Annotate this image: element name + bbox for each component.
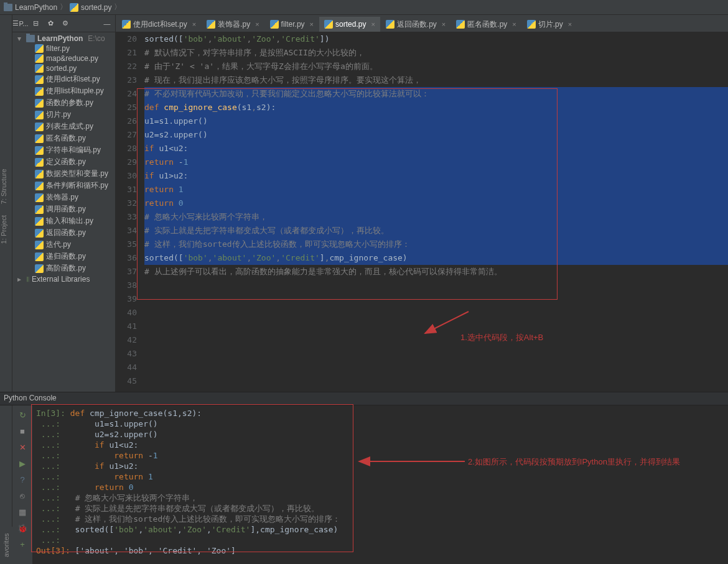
external-libraries[interactable]: ▸ ⫴ External Libraries bbox=[12, 274, 115, 284]
tree-file[interactable]: filter.py bbox=[12, 44, 115, 53]
editor-tab[interactable]: 装饰器.py× bbox=[202, 17, 264, 32]
close-icon[interactable]: × bbox=[255, 21, 259, 28]
gear-icon[interactable]: ⚙ bbox=[60, 18, 71, 29]
console-output[interactable]: In[3]: def cmp_ignore_case(s1,s2): ...: … bbox=[32, 405, 728, 564]
chevron-down-icon: ▾ bbox=[17, 34, 24, 43]
rerun-icon[interactable]: ↻ bbox=[17, 409, 28, 420]
python-icon bbox=[35, 87, 44, 96]
add-icon[interactable]: + bbox=[17, 539, 28, 550]
editor-tab[interactable]: sorted.py× bbox=[319, 17, 380, 32]
editor-tab[interactable]: 使用dict和set.py× bbox=[117, 17, 201, 32]
breadcrumb: LearnPython 〉 sorted.py 〉 bbox=[0, 0, 728, 15]
tree-file[interactable]: 装饰器.py bbox=[12, 192, 115, 203]
python-icon bbox=[35, 182, 44, 190]
stop-icon[interactable]: ■ bbox=[17, 425, 28, 437]
tree-file[interactable]: 匿名函数.py bbox=[12, 132, 115, 144]
python-icon bbox=[270, 20, 279, 29]
python-icon bbox=[122, 20, 131, 29]
tree-file[interactable]: 调用函数.py bbox=[12, 203, 115, 215]
tree-file[interactable]: 使用list和tuple.py bbox=[12, 85, 115, 97]
breadcrumb-root[interactable]: LearnPython bbox=[4, 3, 57, 12]
favorites-tool-tab[interactable]: avorites bbox=[0, 527, 12, 564]
project-tool-tab[interactable]: 1: Project bbox=[0, 213, 7, 246]
close-icon[interactable]: × bbox=[310, 21, 314, 28]
close-icon[interactable]: ✕ bbox=[17, 441, 28, 453]
close-icon[interactable]: × bbox=[512, 21, 516, 28]
run-icon[interactable]: ▶ bbox=[17, 458, 28, 469]
python-icon bbox=[207, 20, 215, 29]
project-dropdown[interactable]: ☰ P... bbox=[15, 18, 26, 29]
tree-file[interactable]: 字符串和编码.py bbox=[12, 144, 115, 156]
close-icon[interactable]: × bbox=[192, 21, 196, 28]
python-icon bbox=[70, 3, 78, 12]
annotation-text-1: 1.选中代码段，按Alt+B bbox=[460, 331, 543, 344]
python-icon bbox=[35, 123, 44, 131]
tree-file[interactable]: 列表生成式.py bbox=[12, 121, 115, 132]
sidebar-toolbar: ☰ P... ⊟ ✿ ⚙ — bbox=[12, 15, 115, 32]
breadcrumb-file[interactable]: sorted.py bbox=[70, 3, 111, 12]
settings-icon[interactable]: ✿ bbox=[45, 18, 56, 29]
close-icon[interactable]: × bbox=[371, 21, 375, 28]
python-icon bbox=[35, 241, 44, 249]
tree-file[interactable]: sorted.py bbox=[12, 63, 115, 73]
project-sidebar: ☰ P... ⊟ ✿ ⚙ — ▾ LearnPython E:\co filte… bbox=[12, 15, 116, 392]
python-icon bbox=[35, 205, 44, 214]
python-icon bbox=[35, 264, 44, 273]
history-icon[interactable]: ⎋ bbox=[17, 490, 28, 501]
chevron-right-icon: 〉 bbox=[60, 2, 67, 12]
help-icon[interactable]: ? bbox=[17, 474, 28, 485]
tree-file[interactable]: 数据类型和变量.py bbox=[12, 168, 115, 180]
python-icon bbox=[456, 20, 465, 29]
python-icon bbox=[35, 99, 44, 108]
console-area: ↻ ■ ✕ ▶ ? ⎋ ▦ 🐞 + In[3]: def cmp_ignore_… bbox=[0, 405, 728, 564]
python-icon bbox=[35, 111, 44, 119]
editor-tab[interactable]: 返回函数.py× bbox=[381, 17, 450, 32]
editor-tab[interactable]: 匿名函数.py× bbox=[451, 17, 521, 32]
editor-tab[interactable]: 切片.py× bbox=[522, 17, 577, 32]
chevron-right-icon: ▸ bbox=[17, 275, 24, 284]
editor-tab[interactable]: filter.py× bbox=[265, 17, 319, 32]
python-icon bbox=[35, 64, 44, 73]
python-icon bbox=[35, 44, 44, 53]
python-icon bbox=[35, 252, 44, 261]
editor-area: 使用dict和set.py×装饰器.py×filter.py×sorted.py… bbox=[116, 15, 728, 392]
python-icon bbox=[386, 20, 394, 29]
python-icon bbox=[324, 20, 333, 29]
tree-file[interactable]: 切片.py bbox=[12, 109, 115, 121]
tree-file[interactable]: 使用dict和set.py bbox=[12, 73, 115, 85]
python-icon bbox=[35, 134, 44, 143]
python-icon bbox=[35, 146, 44, 155]
python-icon bbox=[35, 217, 44, 226]
project-tree[interactable]: ▾ LearnPython E:\co filter.pymap&reduce.… bbox=[12, 32, 115, 392]
tree-file[interactable]: 返回函数.py bbox=[12, 227, 115, 239]
close-icon[interactable]: × bbox=[568, 21, 572, 28]
console-toolbar: ↻ ■ ✕ ▶ ? ⎋ ▦ 🐞 + bbox=[12, 405, 32, 564]
python-icon bbox=[35, 54, 44, 63]
tree-file[interactable]: 输入和输出.py bbox=[12, 215, 115, 227]
python-icon bbox=[35, 193, 44, 202]
structure-tool-tab[interactable]: 7: Structure bbox=[0, 166, 7, 206]
folder-icon bbox=[26, 35, 35, 42]
variables-icon[interactable]: ▦ bbox=[17, 506, 28, 517]
annotation-text-2: 2.如图所示，代码段按预期放到IPython里执行，并得到结果 bbox=[468, 456, 728, 467]
hide-icon[interactable]: — bbox=[101, 18, 113, 29]
console-label[interactable]: Python Console bbox=[0, 392, 728, 405]
tree-file[interactable]: 条件判断和循环.py bbox=[12, 180, 115, 192]
tree-file[interactable]: 高阶函数.py bbox=[12, 262, 115, 274]
code-editor[interactable]: 20sorted(['bob','about','Zoo','Credit'])… bbox=[116, 32, 728, 392]
tree-file[interactable]: 定义函数.py bbox=[12, 156, 115, 168]
tree-file[interactable]: 迭代.py bbox=[12, 239, 115, 251]
python-icon bbox=[35, 170, 44, 178]
tree-file[interactable]: 函数的参数.py bbox=[12, 97, 115, 109]
python-icon bbox=[35, 158, 44, 167]
debug-icon[interactable]: 🐞 bbox=[17, 522, 28, 534]
tree-file[interactable]: 递归函数.py bbox=[12, 251, 115, 262]
chevron-right-icon: 〉 bbox=[114, 2, 121, 12]
python-icon bbox=[527, 20, 536, 29]
tree-root[interactable]: ▾ LearnPython E:\co bbox=[12, 34, 115, 44]
folder-icon bbox=[4, 4, 12, 11]
tree-file[interactable]: map&reduce.py bbox=[12, 53, 115, 63]
close-icon[interactable]: × bbox=[442, 21, 446, 28]
collapse-icon[interactable]: ⊟ bbox=[30, 18, 41, 29]
python-icon bbox=[35, 75, 44, 84]
